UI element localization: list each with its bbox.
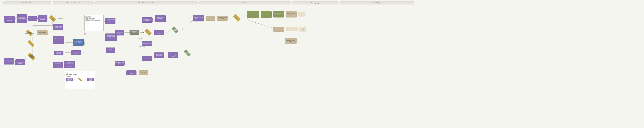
librarian-catalogues-box: Librarian Catalogues Thesis <box>217 16 228 21</box>
otherwise-alternate-box: Otherwise Alternate Thesis <box>285 38 297 44</box>
chair-appoints-box: Chair Appoints student for defense <box>73 39 84 46</box>
main-container: Pre Submission Committee Approval Grad S… <box>0 0 644 128</box>
chair-uploads-box: Chair uploads grade <box>130 30 139 35</box>
type-embargo-diamond: Type of embargo <box>230 14 244 21</box>
committee-fillout2-box: Committee fills out report <box>126 70 136 75</box>
student-accepts-lac-box: Student Accepts LAC & DRM Thesis <box>193 15 204 21</box>
nobody-approves-box: Nobody approves <box>142 56 152 61</box>
phase-grad-studies: Grad Studies Verification <box>96 1 198 4</box>
done2-box: Done <box>300 27 306 32</box>
supervisor-committee2-box: Supervisor & Committee verify the change… <box>168 52 178 58</box>
student-meets-box: Student meets Typographical changes of i… <box>155 15 166 22</box>
supervisor-committee-box: Supervisor & Committee look over and app… <box>16 14 27 23</box>
phase-cataloguing: Cataloguing <box>292 1 338 4</box>
phase-defense: Defense <box>200 1 290 4</box>
changes-acceptable2-diamond: ChangesAcceptable <box>181 50 194 56</box>
guidelines-sent-box: Guidelines and reminders sent to everyon… <box>105 18 116 24</box>
student-submits-box: Student Submits Thesis <box>28 16 37 21</box>
thesis-remains-box: Thesis remains private <box>286 27 298 31</box>
grad-studies-independently-box: Grad Studies independently tracks on stu… <box>64 61 75 68</box>
grades-received-diamond: Grads Received <box>142 29 155 35</box>
student-fills-box: Student fills out thesis info and upload… <box>4 16 16 23</box>
grad-studies-finds-note: Grad Studies • Finds a Chair • Books a P… <box>84 15 104 31</box>
student-major-box: Student makes major changes <box>154 53 164 58</box>
phase-pre-submission: Pre Submission <box>3 1 51 4</box>
no-contact-diamond: No contact in lastfive years <box>24 41 38 46</box>
student-notified-box: Student is notified in ProQuest <box>273 11 284 17</box>
phase-publishing: Publishing <box>340 1 414 4</box>
booking-note: Grad Studies Booking Procedure for: Chai… <box>65 70 95 89</box>
student-makes-small-box: Student makes small changes <box>154 30 164 35</box>
grad-studies-checks-box: Grad Studies Checks External Examiner <box>15 59 25 65</box>
changes-acceptable1-diamond: ChangesAcceptable <box>168 27 182 33</box>
pass-no-major-label: Pass no major <box>139 46 145 47</box>
thesis-nova-box: Thesis into is already part of Nova's Ti… <box>247 11 259 18</box>
lac-uploads-box: LAC uploads Thesis <box>273 27 284 32</box>
any-committee-box: Any subcommittee members provide contact… <box>105 33 117 41</box>
thesis-published-box: Thesis is published into IR <box>261 11 272 18</box>
pass-no-improve-label: Pass no improvement <box>139 54 148 55</box>
from-diff-program-diamond: From differentprogram or university <box>23 30 36 35</box>
phase-committee-approval: Committee Approval <box>53 1 94 4</box>
grad-studies-finds-box: Grad Studies finds a Chair <box>71 50 81 55</box>
committee-fillout-box: Committee fills out report <box>114 61 124 66</box>
pass-fail-minor-label: Pass/Fail w/minor <box>139 38 146 39</box>
thesis-acceptable-diamond: Thesis isacceptable <box>47 16 58 21</box>
thesis-accepted-box: Thesis Accepted <box>37 30 48 35</box>
grad-studies-trigger-box: Grad Studies triggers on student failing <box>53 62 63 68</box>
committee-verifies-box: Committee verifies thesis is acceptable <box>38 15 47 22</box>
done1-box: Done <box>298 12 306 16</box>
committee-approve2-box: Committee approves <box>142 41 152 46</box>
committee-internal-box: Committee (not External) indicates avail… <box>53 36 64 44</box>
student-indicates-box: Student indicates whether Room <box>53 24 63 30</box>
examiner-diamond: Examiner isacademicallyqualified? <box>24 54 39 60</box>
supervisor-suggests-box: Supervisor suggests External Examiner <box>4 58 14 64</box>
student-submission-box: Student Submission <box>106 48 115 53</box>
start-over-box: Start Over <box>139 70 148 75</box>
cataloguer-notifies-box: Cataloguer Notifies Thesis <box>286 11 297 17</box>
committee-clicks-box: Committee clicks 'approve' <box>142 17 152 23</box>
grad-studies-book-box: Grad Studies books room <box>54 51 64 56</box>
ir-receives-box: IR receives Thesis <box>206 16 215 21</box>
